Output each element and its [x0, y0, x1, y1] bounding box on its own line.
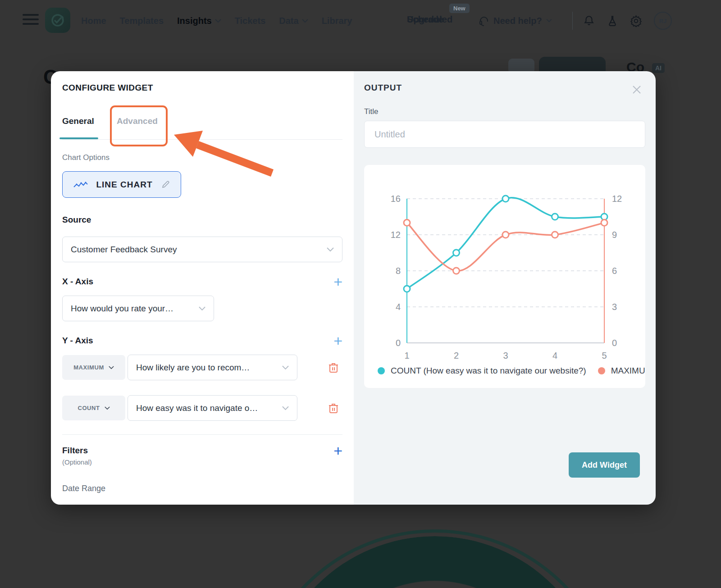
svg-text:16: 16: [391, 194, 401, 204]
chevron-down-icon: [199, 306, 205, 311]
nav-item-library[interactable]: Library: [322, 16, 352, 26]
add-y-axis-button[interactable]: +: [333, 335, 342, 346]
legend-item: MAXIMUM (How likely are you to recom…): [598, 366, 645, 376]
x-axis-label: X - Axis: [62, 277, 93, 287]
tab-advanced[interactable]: Advanced: [117, 116, 158, 126]
svg-text:9: 9: [612, 230, 617, 240]
nav-item-templates[interactable]: Templates: [120, 16, 164, 26]
active-tab-underline: [59, 137, 98, 139]
svg-text:0: 0: [396, 338, 401, 348]
nav-item-data[interactable]: Data: [279, 16, 308, 26]
nav-divider: [572, 12, 573, 30]
new-badge: New: [449, 4, 470, 13]
svg-text:4: 4: [552, 351, 557, 360]
legend-dot-teal: [378, 367, 385, 374]
legend-dot-salmon: [598, 367, 605, 374]
y-axis-field-value: How easy was it to navigate o…: [136, 403, 258, 413]
widget-title-input[interactable]: [364, 121, 645, 148]
chevron-down-icon: [109, 366, 114, 369]
chart-type-button[interactable]: LINE CHART: [62, 171, 181, 198]
aggregation-select[interactable]: MAXIMUM: [62, 355, 125, 380]
chart-legend: COUNT (How easy was it to navigate our w…: [378, 366, 645, 376]
modal-title: CONFIGURE WIDGET: [62, 83, 342, 93]
y-axis-field-select[interactable]: How easy was it to navigate o…: [128, 395, 297, 421]
overlap-label-b: Upgrade: [407, 14, 443, 25]
chevron-down-icon: [327, 247, 334, 252]
ai-badge: AI: [652, 63, 665, 73]
delete-trash-icon[interactable]: [328, 362, 339, 374]
chart-type-label: LINE CHART: [96, 180, 152, 190]
aggregation-value: MAXIMUM: [73, 364, 104, 371]
nav-item-insights[interactable]: Insights: [177, 16, 221, 26]
svg-text:2: 2: [454, 351, 459, 360]
nav-item-home[interactable]: Home: [81, 16, 106, 26]
settings-gear-icon[interactable]: [630, 15, 642, 27]
aggregation-select[interactable]: COUNT: [62, 396, 125, 420]
headset-icon: [479, 15, 489, 26]
section-divider: [62, 434, 342, 435]
x-axis-select[interactable]: How would you rate your…: [62, 296, 214, 321]
legend-label: MAXIMUM (How likely are you to recom…): [611, 366, 645, 376]
chevron-down-icon: [302, 19, 308, 23]
add-x-axis-button[interactable]: +: [333, 276, 342, 287]
source-value: Customer Feedback Survey: [71, 245, 177, 255]
y-axis-label: Y - Axis: [62, 336, 93, 346]
chevron-down-icon: [282, 406, 289, 410]
close-icon[interactable]: [630, 83, 643, 96]
delete-trash-icon[interactable]: [328, 402, 339, 414]
nav-item-tickets[interactable]: Tickets: [235, 16, 266, 26]
tab-general[interactable]: General: [62, 116, 94, 126]
nav-item-label: Data: [279, 16, 298, 26]
chevron-down-icon: [546, 19, 552, 23]
hamburger-menu-icon[interactable]: [23, 14, 39, 27]
filters-optional-label: (Optional): [62, 458, 342, 466]
bird-logo-icon: [50, 13, 65, 28]
app-logo[interactable]: [45, 8, 70, 33]
need-help-label: Need help?: [493, 16, 542, 26]
chevron-down-icon: [105, 406, 110, 410]
lab-flask-icon[interactable]: [607, 15, 618, 27]
notifications-bell-icon[interactable]: [583, 15, 595, 27]
line-chart-icon: [73, 181, 88, 189]
top-navigation: Home Templates Insights Tickets Data Lib…: [0, 0, 721, 41]
svg-text:12: 12: [612, 194, 622, 204]
tab-bar: General Advanced: [62, 93, 342, 140]
y-axis-field-value: How likely are you to recom…: [136, 363, 250, 373]
svg-text:12: 12: [391, 230, 401, 240]
overlapping-nav-item[interactable]: Scheduled Upgrade: [407, 14, 470, 27]
user-avatar[interactable]: RJ: [654, 12, 672, 30]
aggregation-value: COUNT: [78, 405, 100, 411]
output-panel: OUTPUT Title 161284012963012345 COUNT (H…: [354, 71, 656, 505]
svg-text:4: 4: [396, 302, 401, 312]
line-chart-preview: 161284012963012345: [364, 165, 645, 388]
svg-text:1: 1: [404, 351, 409, 360]
svg-text:6: 6: [612, 266, 617, 276]
y-axis-row: MAXIMUM How likely are you to recom…: [62, 355, 342, 380]
svg-text:8: 8: [396, 266, 401, 276]
configure-widget-modal: CONFIGURE WIDGET General Advanced Chart …: [51, 71, 656, 505]
configure-panel: CONFIGURE WIDGET General Advanced Chart …: [51, 71, 354, 505]
y-axis-field-select[interactable]: How likely are you to recom…: [128, 355, 297, 380]
svg-text:3: 3: [612, 302, 617, 312]
output-title: OUTPUT: [364, 83, 645, 93]
svg-text:3: 3: [503, 351, 508, 360]
widget-title-label: Title: [364, 107, 645, 116]
chevron-down-icon: [215, 19, 221, 23]
filters-label: Filters: [62, 446, 88, 456]
edit-pencil-icon[interactable]: [161, 180, 170, 189]
svg-text:0: 0: [612, 338, 617, 348]
x-axis-value: How would you rate your…: [71, 304, 173, 314]
need-help-menu[interactable]: Need help?: [479, 0, 552, 41]
date-range-label: Date Range: [62, 484, 342, 493]
chart-preview-card: 161284012963012345 COUNT (How easy was i…: [364, 165, 645, 388]
nav-item-label: Insights: [177, 16, 212, 26]
add-filter-button[interactable]: +: [333, 445, 342, 456]
svg-text:5: 5: [602, 351, 607, 360]
y-axis-row: COUNT How easy was it to navigate o…: [62, 395, 342, 421]
chevron-down-icon: [282, 365, 289, 370]
source-select[interactable]: Customer Feedback Survey: [62, 237, 342, 262]
add-widget-button[interactable]: Add Widget: [569, 452, 640, 478]
legend-item: COUNT (How easy was it to navigate our w…: [378, 366, 586, 376]
legend-label: COUNT (How easy was it to navigate our w…: [391, 366, 586, 376]
source-label: Source: [62, 215, 342, 225]
